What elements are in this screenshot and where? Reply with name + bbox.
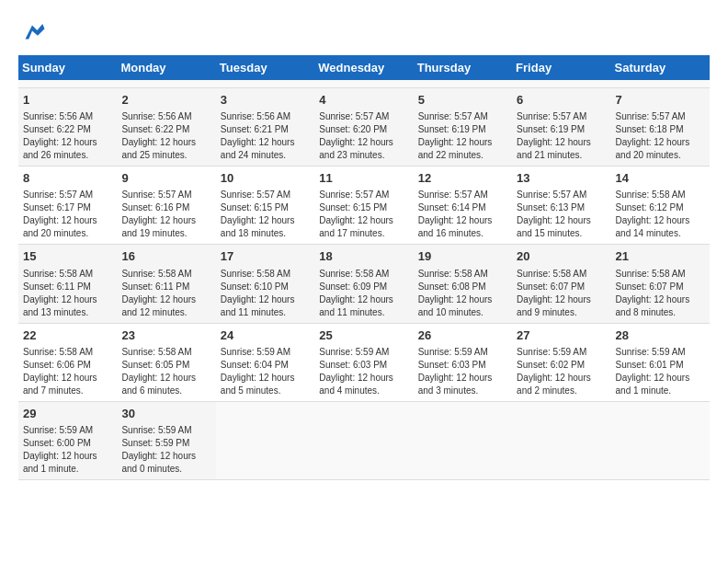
day-cell: 8Sunrise: 5:57 AM Sunset: 6:17 PM Daylig… [18, 167, 117, 245]
day-info: Sunrise: 5:59 AM Sunset: 6:03 PM Dayligh… [418, 346, 507, 397]
header-row: SundayMondayTuesdayWednesdayThursdayFrid… [18, 55, 710, 80]
day-cell: 13Sunrise: 5:57 AM Sunset: 6:13 PM Dayli… [512, 167, 610, 245]
svg-marker-0 [26, 24, 45, 40]
day-cell: 1Sunrise: 5:56 AM Sunset: 6:22 PM Daylig… [18, 88, 117, 167]
day-info: Sunrise: 5:59 AM Sunset: 6:00 PM Dayligh… [23, 424, 112, 476]
day-info: Sunrise: 5:56 AM Sunset: 6:22 PM Dayligh… [23, 110, 112, 162]
day-cell: 20Sunrise: 5:58 AM Sunset: 6:07 PM Dayli… [512, 245, 610, 323]
day-number: 29 [23, 406, 112, 422]
day-info: Sunrise: 5:58 AM Sunset: 6:11 PM Dayligh… [23, 268, 112, 319]
day-cell: 15Sunrise: 5:58 AM Sunset: 6:11 PM Dayli… [18, 245, 117, 323]
day-info: Sunrise: 5:58 AM Sunset: 6:06 PM Dayligh… [23, 346, 112, 397]
day-cell: 24Sunrise: 5:59 AM Sunset: 6:04 PM Dayli… [216, 323, 314, 401]
day-cell: 19Sunrise: 5:58 AM Sunset: 6:08 PM Dayli… [414, 245, 512, 323]
day-cell: 9Sunrise: 5:57 AM Sunset: 6:16 PM Daylig… [117, 167, 215, 245]
day-cell: 25Sunrise: 5:59 AM Sunset: 6:03 PM Dayli… [314, 323, 413, 401]
day-number: 10 [221, 170, 310, 187]
day-number: 19 [418, 248, 507, 265]
day-info: Sunrise: 5:58 AM Sunset: 6:10 PM Dayligh… [221, 268, 310, 319]
day-number: 7 [616, 92, 705, 109]
day-info: Sunrise: 5:57 AM Sunset: 6:19 PM Dayligh… [418, 110, 507, 162]
day-info: Sunrise: 5:57 AM Sunset: 6:17 PM Dayligh… [23, 189, 112, 240]
day-number: 25 [319, 327, 408, 344]
day-number: 27 [517, 327, 606, 344]
day-number: 8 [23, 170, 112, 187]
day-cell [414, 80, 512, 88]
week-row-6: 29Sunrise: 5:59 AM Sunset: 6:00 PM Dayli… [18, 401, 710, 479]
day-info: Sunrise: 5:56 AM Sunset: 6:22 PM Dayligh… [121, 110, 210, 162]
day-info: Sunrise: 5:58 AM Sunset: 6:12 PM Dayligh… [616, 189, 705, 240]
day-cell: 5Sunrise: 5:57 AM Sunset: 6:19 PM Daylig… [414, 88, 512, 167]
day-number: 5 [418, 92, 507, 109]
header [18, 18, 710, 46]
day-cell: 11Sunrise: 5:57 AM Sunset: 6:15 PM Dayli… [314, 167, 413, 245]
logo-icon [18, 18, 46, 46]
day-number: 13 [517, 170, 606, 187]
day-number: 4 [319, 92, 408, 109]
day-cell: 29Sunrise: 5:59 AM Sunset: 6:00 PM Dayli… [18, 401, 117, 479]
day-cell: 4Sunrise: 5:57 AM Sunset: 6:20 PM Daylig… [314, 88, 413, 167]
day-number: 1 [23, 92, 112, 109]
day-cell [314, 401, 413, 479]
day-cell: 12Sunrise: 5:57 AM Sunset: 6:14 PM Dayli… [414, 167, 512, 245]
day-info: Sunrise: 5:57 AM Sunset: 6:18 PM Dayligh… [616, 110, 705, 162]
day-info: Sunrise: 5:57 AM Sunset: 6:20 PM Dayligh… [319, 110, 408, 162]
day-cell [216, 401, 314, 479]
day-info: Sunrise: 5:59 AM Sunset: 6:02 PM Dayligh… [517, 346, 606, 397]
day-info: Sunrise: 5:58 AM Sunset: 6:07 PM Dayligh… [616, 268, 705, 319]
day-info: Sunrise: 5:57 AM Sunset: 6:15 PM Dayligh… [221, 189, 310, 240]
day-info: Sunrise: 5:58 AM Sunset: 6:07 PM Dayligh… [517, 268, 606, 319]
day-number: 23 [121, 327, 210, 344]
day-header-thursday: Thursday [414, 55, 512, 80]
day-header-wednesday: Wednesday [314, 55, 413, 80]
day-cell [18, 80, 117, 88]
day-info: Sunrise: 5:56 AM Sunset: 6:21 PM Dayligh… [221, 110, 310, 162]
day-number: 15 [23, 248, 112, 265]
day-info: Sunrise: 5:57 AM Sunset: 6:14 PM Dayligh… [418, 189, 507, 240]
day-info: Sunrise: 5:59 AM Sunset: 6:04 PM Dayligh… [221, 346, 310, 397]
day-cell: 16Sunrise: 5:58 AM Sunset: 6:11 PM Dayli… [117, 245, 215, 323]
day-number: 9 [121, 170, 210, 187]
day-cell [414, 401, 512, 479]
day-info: Sunrise: 5:58 AM Sunset: 6:09 PM Dayligh… [319, 268, 408, 319]
day-cell: 14Sunrise: 5:58 AM Sunset: 6:12 PM Dayli… [611, 167, 710, 245]
day-cell: 3Sunrise: 5:56 AM Sunset: 6:21 PM Daylig… [216, 88, 314, 167]
day-cell: 7Sunrise: 5:57 AM Sunset: 6:18 PM Daylig… [611, 88, 710, 167]
day-cell: 30Sunrise: 5:59 AM Sunset: 5:59 PM Dayli… [117, 401, 215, 479]
day-cell [216, 80, 314, 88]
day-info: Sunrise: 5:58 AM Sunset: 6:08 PM Dayligh… [418, 268, 507, 319]
day-number: 3 [221, 92, 310, 109]
day-cell [512, 401, 610, 479]
day-cell: 26Sunrise: 5:59 AM Sunset: 6:03 PM Dayli… [414, 323, 512, 401]
day-number: 26 [418, 327, 507, 344]
week-row-1 [18, 80, 710, 88]
day-header-saturday: Saturday [611, 55, 710, 80]
day-cell [611, 80, 710, 88]
day-cell: 27Sunrise: 5:59 AM Sunset: 6:02 PM Dayli… [512, 323, 610, 401]
day-number: 18 [319, 248, 408, 265]
day-cell: 18Sunrise: 5:58 AM Sunset: 6:09 PM Dayli… [314, 245, 413, 323]
day-number: 17 [221, 248, 310, 265]
day-info: Sunrise: 5:59 AM Sunset: 6:01 PM Dayligh… [616, 346, 705, 397]
day-number: 12 [418, 170, 507, 187]
day-number: 14 [616, 170, 705, 187]
day-number: 6 [517, 92, 606, 109]
day-cell [512, 80, 610, 88]
day-number: 24 [221, 327, 310, 344]
day-number: 2 [121, 92, 210, 109]
week-row-2: 1Sunrise: 5:56 AM Sunset: 6:22 PM Daylig… [18, 88, 710, 167]
day-number: 21 [616, 248, 705, 265]
day-info: Sunrise: 5:57 AM Sunset: 6:15 PM Dayligh… [319, 189, 408, 240]
day-cell: 10Sunrise: 5:57 AM Sunset: 6:15 PM Dayli… [216, 167, 314, 245]
week-row-3: 8Sunrise: 5:57 AM Sunset: 6:17 PM Daylig… [18, 167, 710, 245]
day-number: 16 [121, 248, 210, 265]
week-row-5: 22Sunrise: 5:58 AM Sunset: 6:06 PM Dayli… [18, 323, 710, 401]
day-header-tuesday: Tuesday [216, 55, 314, 80]
day-number: 11 [319, 170, 408, 187]
day-number: 30 [121, 406, 210, 422]
day-cell [611, 401, 710, 479]
calendar-table: SundayMondayTuesdayWednesdayThursdayFrid… [18, 55, 710, 480]
day-info: Sunrise: 5:57 AM Sunset: 6:16 PM Dayligh… [121, 189, 210, 240]
day-number: 20 [517, 248, 606, 265]
day-info: Sunrise: 5:58 AM Sunset: 6:05 PM Dayligh… [121, 346, 210, 397]
